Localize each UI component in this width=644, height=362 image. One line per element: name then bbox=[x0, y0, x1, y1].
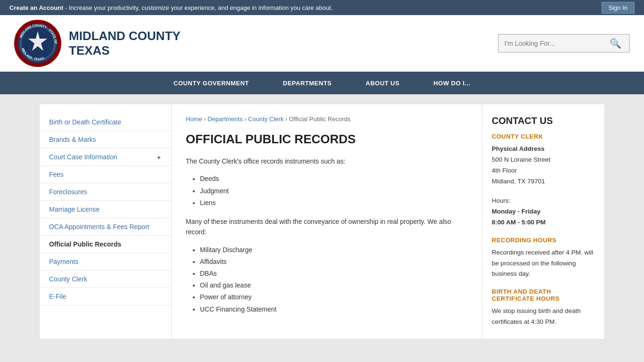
hours-block: Hours: Monday - Friday 8:00 AM - 5:00 PM bbox=[492, 196, 595, 228]
breadcrumb-home[interactable]: Home bbox=[186, 115, 202, 123]
sign-in-button[interactable]: Sign In bbox=[602, 2, 635, 14]
svg-marker-2 bbox=[28, 31, 47, 51]
breadcrumb-current: Official Public Records bbox=[289, 115, 351, 123]
sidebar-item-oca[interactable]: OCA Appointments & Fees Report bbox=[40, 218, 171, 236]
logo-area: MIDLAND COUNTY · STATE OF TEXAS · MIDLAN… bbox=[14, 20, 181, 67]
search-button[interactable]: 🔍 bbox=[608, 38, 623, 49]
birth-death-block: We stop issuing birth and death certific… bbox=[492, 306, 595, 328]
recording-hours-title: RECORDING HOURS bbox=[492, 237, 595, 244]
county-clerk-section-title: COUNTY CLERK bbox=[492, 133, 595, 140]
top-bar-message: Create an Account - Increase your produc… bbox=[9, 4, 333, 11]
sidebar-item-foreclosures[interactable]: Foreclosures bbox=[40, 183, 171, 201]
svg-text:MIDLAND COUNTY · STATE OF TEXA: MIDLAND COUNTY · STATE OF TEXAS · bbox=[16, 22, 58, 44]
sidebar-item-efile[interactable]: E-File bbox=[40, 288, 171, 305]
search-input[interactable] bbox=[504, 40, 608, 47]
instruments-list: Deeds Judgment Liens bbox=[200, 173, 468, 209]
nav-about-us[interactable]: ABOUT US bbox=[349, 72, 417, 94]
sidebar-item-brands-marks[interactable]: Brands & Marks bbox=[40, 131, 171, 148]
content-area: Home › Departments › County Clerk › Offi… bbox=[172, 104, 482, 339]
sidebar-item-marriage-license[interactable]: Marriage License bbox=[40, 201, 171, 218]
nav-departments[interactable]: DEPARTMENTS bbox=[266, 72, 348, 94]
list-item: UCC Financing Statement bbox=[200, 304, 468, 315]
sidebar-item-county-clerk[interactable]: County Clerk bbox=[40, 271, 171, 288]
page-title: OFFICIAL PUBLIC RECORDS bbox=[186, 132, 468, 147]
site-title: MIDLAND COUNTY TEXAS bbox=[69, 29, 181, 58]
nav-county-government[interactable]: COUNTY GOVERNMENT bbox=[157, 72, 266, 94]
breadcrumb-county-clerk[interactable]: County Clerk bbox=[248, 115, 283, 123]
contact-us-title: CONTACT US bbox=[492, 115, 595, 126]
intro-paragraph: The County Clerk's office records instru… bbox=[186, 156, 468, 166]
list-item: Power of attorney bbox=[200, 291, 468, 303]
chevron-right-icon: ► bbox=[157, 155, 162, 160]
search-area: 🔍 bbox=[498, 34, 630, 53]
list-item: Judgment bbox=[200, 185, 468, 197]
top-bar: Create an Account - Increase your produc… bbox=[0, 0, 644, 15]
list-item: Oil and gas lease bbox=[200, 280, 468, 291]
breadcrumb-departments[interactable]: Departments bbox=[207, 115, 242, 123]
recording-block: Recordings received after 4 PM. will be … bbox=[492, 247, 595, 280]
main-container: Birth or Death Certificate Brands & Mark… bbox=[39, 104, 605, 339]
paragraph2: Many of these instruments deal with the … bbox=[186, 216, 468, 238]
list-item: Liens bbox=[200, 197, 468, 209]
right-panel: CONTACT US COUNTY CLERK Physical Address… bbox=[482, 104, 604, 339]
search-box: 🔍 bbox=[498, 34, 630, 53]
svg-point-0 bbox=[17, 23, 58, 64]
create-account-link[interactable]: Create an Account bbox=[9, 4, 63, 11]
nav-bar: COUNTY GOVERNMENT DEPARTMENTS ABOUT US H… bbox=[0, 72, 644, 94]
sidebar-item-court-case[interactable]: Court Case Information ► bbox=[40, 148, 171, 166]
sidebar-item-birth-death[interactable]: Birth or Death Certificate bbox=[40, 114, 171, 131]
sidebar-item-official-records[interactable]: Official Public Records bbox=[40, 236, 171, 253]
header: MIDLAND COUNTY · STATE OF TEXAS · MIDLAN… bbox=[0, 15, 644, 72]
logo-seal: MIDLAND COUNTY · STATE OF TEXAS · MIDLAN… bbox=[14, 20, 61, 67]
birth-death-title: BIRTH AND DEATH CERTIFICATE HOURS bbox=[492, 288, 595, 302]
list-item: Deeds bbox=[200, 173, 468, 185]
list-item: Affidavits bbox=[200, 256, 468, 268]
list-item: Military Discharge bbox=[200, 244, 468, 256]
sidebar: Birth or Death Certificate Brands & Mark… bbox=[40, 104, 172, 339]
nav-how-do-i[interactable]: HOW DO I... bbox=[416, 72, 487, 94]
breadcrumb: Home › Departments › County Clerk › Offi… bbox=[186, 115, 468, 123]
records-list: Military Discharge Affidavits DBAs Oil a… bbox=[200, 244, 468, 315]
list-item: DBAs bbox=[200, 268, 468, 280]
address-block: Physical Address 500 N Loraine Street 4t… bbox=[492, 144, 595, 187]
sidebar-item-payments[interactable]: Payments bbox=[40, 253, 171, 271]
sidebar-item-fees[interactable]: Fees bbox=[40, 166, 171, 183]
